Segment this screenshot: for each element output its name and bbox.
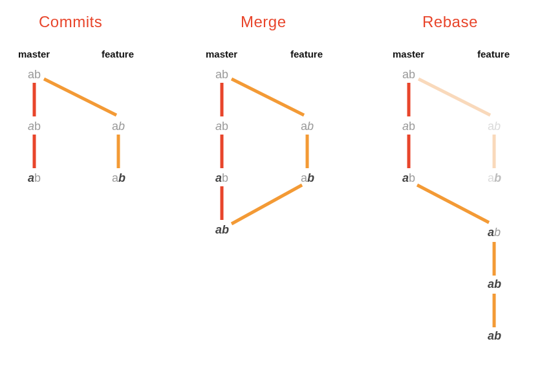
commit-c2-m0: ab	[215, 69, 228, 80]
branch-label-master-1: master	[18, 49, 50, 60]
svg-line-12	[418, 79, 490, 115]
panel-title-merge: Merge	[241, 13, 287, 31]
commit-c1-f1: ab	[112, 120, 125, 132]
commit-c1-m1: ab	[28, 120, 41, 132]
panel-title-commits: Commits	[39, 13, 102, 31]
commit-c2-m1: ab	[215, 120, 228, 132]
svg-line-7	[232, 79, 304, 115]
svg-line-9	[232, 185, 302, 224]
branch-label-feature-3: feature	[477, 49, 510, 60]
branch-label-feature-1: feature	[102, 49, 134, 60]
commit-c2-merge: ab	[215, 224, 229, 235]
commit-c1-m0: ab	[28, 69, 41, 80]
commit-c3-m1: ab	[402, 120, 415, 132]
commit-c3-old-f2: ab	[488, 172, 501, 184]
commit-c3-r1: ab	[488, 226, 501, 238]
commit-c2-f1: ab	[301, 120, 314, 132]
commit-c3-m2: ab	[402, 172, 415, 184]
commit-c1-f2: ab	[112, 172, 125, 184]
connector-layer	[0, 0, 553, 392]
svg-line-14	[417, 185, 489, 223]
branch-label-master-2: master	[206, 49, 237, 60]
panel-title-rebase: Rebase	[422, 13, 478, 31]
commit-c3-m0: ab	[402, 69, 415, 80]
svg-line-2	[44, 79, 116, 115]
commit-c2-f2: ab	[301, 172, 314, 184]
commit-c3-r2: ab	[488, 278, 501, 290]
commit-c3-old-f1: ab	[488, 120, 501, 132]
branch-label-feature-2: feature	[290, 49, 323, 60]
commit-c2-m2: ab	[215, 172, 228, 184]
commit-c3-r3: ab	[488, 330, 501, 342]
diagram-root: Commits master feature ab ab ab ab ab Me…	[0, 0, 553, 392]
commit-c1-m2: ab	[28, 172, 41, 184]
branch-label-master-3: master	[393, 49, 424, 60]
